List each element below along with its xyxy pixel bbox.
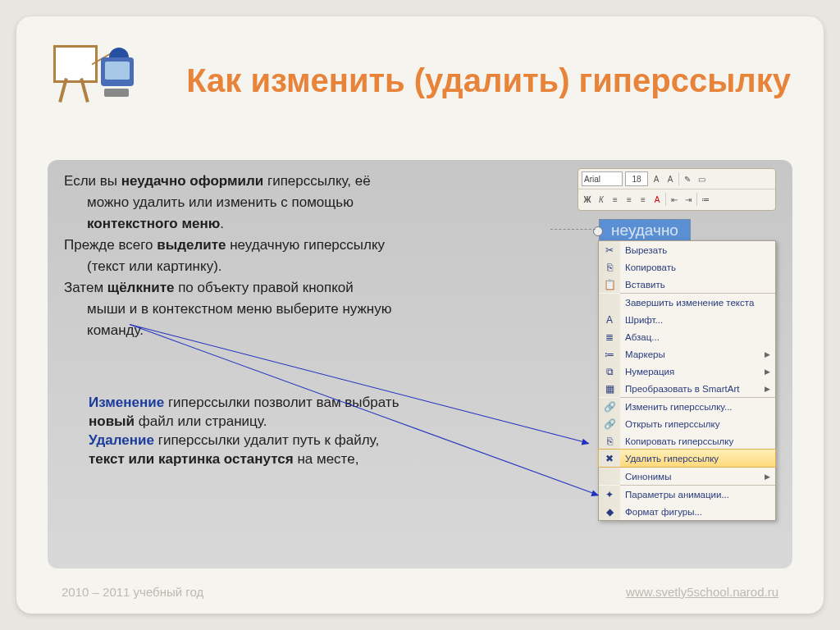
menu-item[interactable]: ⎘Копировать — [599, 258, 775, 276]
align-icon[interactable]: ≡ — [609, 193, 621, 206]
format-painter-icon[interactable]: ✎ — [682, 172, 693, 185]
menu-item-label: Копировать гиперссылку — [620, 436, 775, 446]
menu-item-label: Вырезать — [620, 245, 775, 255]
menu-item[interactable]: 🔗Открыть гиперссылку — [599, 415, 775, 432]
text-emph: Изменение — [89, 395, 168, 410]
text: можно удалить или изменить с помощью — [87, 194, 354, 210]
menu-item-label: Формат фигуры... — [620, 507, 775, 517]
menu-item[interactable]: ▦Преобразовать в SmartArt▶ — [599, 380, 775, 397]
text-bold: неудачно оформили — [121, 173, 267, 189]
menu-item-icon: ▦ — [599, 380, 620, 397]
font-size-selector[interactable]: 18 — [625, 171, 648, 186]
teacher-clipart — [53, 41, 135, 111]
menu-item-icon: ◆ — [599, 503, 620, 520]
menu-item-label: Вставить — [620, 280, 775, 290]
text: мыши и в контекстном меню выберите нужну… — [87, 301, 392, 317]
menu-item-label: Абзац... — [620, 332, 775, 342]
bullets-icon[interactable]: ≔ — [700, 193, 711, 206]
align-right-icon[interactable]: ≡ — [637, 193, 649, 206]
menu-item-label: Изменить гиперссылку... — [620, 402, 775, 412]
menu-item-label: Копировать — [620, 262, 775, 272]
text: неудачную гиперссылку — [230, 237, 385, 253]
submenu-arrow-icon: ▶ — [765, 385, 770, 393]
align-center-icon[interactable]: ≡ — [623, 193, 635, 206]
highlight-icon[interactable]: ▭ — [696, 172, 707, 185]
menu-item[interactable]: Синонимы▶ — [599, 468, 775, 485]
text: . — [220, 216, 224, 231]
slide-title: Как изменить (удалить) гиперссылку — [172, 62, 791, 99]
text-bold: контекстного меню — [87, 216, 220, 231]
menu-item-label: Маркеры — [620, 349, 775, 359]
menu-item-icon: 🔗 — [599, 415, 620, 432]
text: файл или страницу. — [139, 413, 267, 429]
submenu-arrow-icon: ▶ — [765, 350, 770, 358]
submenu-arrow-icon: ▶ — [765, 368, 770, 376]
menu-item-label: Шрифт... — [620, 315, 775, 325]
context-menu: ✂Вырезать⎘Копировать📋ВставитьЗавершить и… — [598, 240, 776, 521]
text: (текст или картинку). — [87, 258, 222, 274]
text-bold: текст или картинка останутся — [89, 451, 297, 467]
menu-item-icon: ⎘ — [599, 258, 620, 276]
menu-item-icon: ≔ — [599, 345, 620, 363]
submenu-arrow-icon: ▶ — [765, 472, 770, 481]
text: Прежде всего — [64, 237, 157, 253]
shrink-font-icon[interactable]: A — [664, 172, 676, 185]
menu-item-icon: 🔗 — [599, 398, 620, 415]
mini-toolbar: Arial 18 A A ✎ ▭ Ж К ≡ ≡ ≡ A ⇤ ⇥ ≔ — [578, 168, 776, 211]
grow-font-icon[interactable]: A — [651, 172, 662, 185]
menu-item-label: Нумерация — [620, 367, 775, 377]
text: на месте, — [297, 451, 358, 467]
text: Затем — [64, 280, 107, 295]
menu-item[interactable]: ≣Абзац... — [599, 328, 775, 345]
note-text: Изменение гиперссылки позволит вам выбра… — [89, 394, 515, 469]
menu-item[interactable]: 📋Вставить — [599, 276, 775, 293]
body-text: Если вы неудачно оформили гиперссылку, е… — [64, 172, 523, 343]
menu-item-icon: ✦ — [599, 486, 620, 503]
text-bold: щёлкните — [107, 280, 178, 295]
menu-item-label: Преобразовать в SmartArt — [620, 384, 775, 394]
text: Если вы — [64, 173, 121, 189]
menu-item-icon — [599, 294, 620, 311]
text: гиперссылки позволит вам выбрать — [168, 395, 399, 410]
text: по объекту правой кнопкой — [178, 280, 354, 295]
text-emph: Удаление — [89, 432, 158, 448]
menu-item[interactable]: ◆Формат фигуры... — [599, 503, 775, 520]
menu-item-icon: A — [599, 311, 620, 328]
selected-hyperlink-text[interactable]: неудачно — [599, 219, 691, 242]
menu-item-label: Завершить изменение текста — [620, 298, 775, 308]
decrease-indent-icon[interactable]: ⇤ — [669, 193, 680, 206]
footer-link[interactable]: www.svetly5school.narod.ru — [626, 585, 778, 599]
content-panel: Если вы неудачно оформили гиперссылку, е… — [48, 160, 792, 568]
text: гиперссылки удалит путь к файлу, — [158, 432, 379, 448]
menu-item[interactable]: ✖Удалить гиперссылку — [598, 449, 776, 468]
menu-item-icon — [599, 468, 620, 485]
text: команду. — [87, 322, 144, 338]
text-bold: выделите — [157, 237, 230, 253]
text-bold: новый — [89, 413, 139, 429]
menu-item-label: Синонимы — [620, 472, 775, 482]
footer-year: 2010 – 2011 учебный год — [62, 585, 203, 599]
menu-item-label: Параметры анимации... — [620, 490, 775, 500]
font-selector[interactable]: Arial — [582, 171, 623, 186]
menu-item-icon: ✂ — [599, 241, 620, 258]
font-color-icon[interactable]: A — [651, 193, 663, 206]
menu-item-icon: 📋 — [599, 276, 620, 293]
increase-indent-icon[interactable]: ⇥ — [682, 193, 694, 206]
menu-item[interactable]: ✦Параметры анимации... — [599, 486, 775, 503]
menu-item[interactable]: AШрифт... — [599, 311, 775, 328]
menu-item-icon: ⧉ — [599, 363, 620, 380]
text: гиперссылку, её — [267, 173, 371, 189]
menu-item-icon: ⎘ — [599, 432, 620, 450]
menu-item[interactable]: 🔗Изменить гиперссылку... — [599, 398, 775, 415]
menu-item[interactable]: ⎘Копировать гиперссылку — [599, 432, 775, 450]
italic-icon[interactable]: К — [596, 193, 607, 206]
bold-icon[interactable]: Ж — [582, 193, 593, 206]
menu-item-icon: ✖ — [599, 450, 620, 467]
menu-item[interactable]: ⧉Нумерация▶ — [599, 363, 775, 380]
menu-item[interactable]: ✂Вырезать — [599, 241, 775, 258]
menu-item-label: Открыть гиперссылку — [620, 419, 775, 429]
menu-item-label: Удалить гиперссылку — [620, 454, 775, 463]
menu-item[interactable]: Завершить изменение текста — [599, 294, 775, 311]
menu-item[interactable]: ≔Маркеры▶ — [599, 345, 775, 363]
menu-item-icon: ≣ — [599, 328, 620, 345]
